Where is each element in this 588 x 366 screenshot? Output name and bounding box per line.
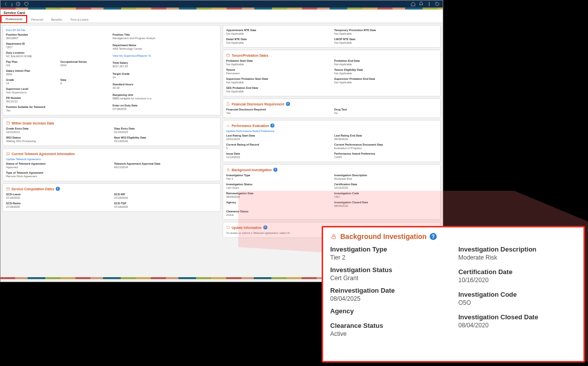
lbl-scd-tsp: SCD-TSP (114, 202, 217, 205)
tenure-title: Tenure/Probation Dates (232, 54, 268, 57)
val-idesc: Moderate Risk (334, 177, 437, 180)
lbl-prob-start: Probation Start Date (226, 59, 329, 62)
lbl-total-salary: Total Salary (113, 61, 217, 64)
val-cpds: Evaluation in Progress (334, 147, 437, 150)
val-lwop-nte: Not Applicable (334, 41, 437, 44)
lbl-tp-nte: Temporary Promotion NTE Date (334, 29, 437, 32)
val-prob-start: Not Applicable (226, 63, 329, 66)
home-icon[interactable] (411, 2, 416, 7)
lbl-co-iclosed: Investigation Closed Date (458, 313, 576, 321)
lbl-target-grade: Target Grade (113, 72, 217, 75)
lbl-barg-unit: Bargaining Unit (113, 93, 217, 96)
val-itype: Tier 2 (226, 177, 329, 180)
svg-point-3 (429, 5, 429, 6)
lbl-lred: Last Rating End Date (334, 134, 437, 137)
val-sal-plan: 0000 (6, 73, 56, 76)
val-sed: 01/15/2023 (114, 131, 217, 134)
lbl-pos-title: Position Title (113, 33, 217, 36)
val-crr: 5 (226, 147, 329, 150)
lbl-drug: Drug Test (334, 108, 437, 111)
tab-professional[interactable]: Professional (1, 15, 27, 23)
lbl-scd-retire: SCD-Retire (6, 202, 109, 205)
lbl-co-itype: Investigation Type (330, 246, 448, 253)
svg-point-2 (429, 4, 429, 4)
back-icon[interactable] (4, 2, 9, 7)
telework-title: Current Telework Agreement Information (12, 152, 75, 156)
print-sf50-link[interactable]: Print SF-50 File (6, 29, 217, 32)
val-position-number: 90019997 (6, 37, 56, 40)
tab-time-leave[interactable]: Time & Leave (66, 17, 92, 23)
update-telework-link[interactable]: Update Telework Agreement (6, 158, 217, 161)
val-scd-tsp: 07/18/2005 (114, 205, 217, 208)
findisc-title: Financial Disclosure Requirement (232, 102, 284, 106)
val-tele-app: 06/11/2024 (114, 166, 217, 169)
lbl-scd-leave: SCD-Leave (6, 193, 109, 196)
val-ged: 10/21/2012 (6, 131, 109, 134)
val-appt-nte: Not Applicable (226, 32, 329, 35)
lbl-appt-nte: Appointment NTE Date (226, 29, 329, 32)
card-profile: Print SF-50 File Position Number90019997… (3, 25, 221, 115)
card-telework: Current Telework Agreement Information U… (3, 148, 221, 181)
val-drug: No (334, 111, 437, 114)
val-scd-retire: 07/18/2005 (6, 205, 109, 208)
lbl-co-icode: Investigation Code (458, 291, 576, 298)
val-tp-nte: Not Applicable (334, 32, 437, 35)
val-telework-suitable: Yes (6, 109, 56, 112)
tab-personal[interactable]: Personal (27, 17, 47, 23)
svg-point-1 (429, 2, 429, 3)
lbl-std-hours: Standard Hours (113, 83, 217, 86)
val-target-grade: 14 (113, 76, 217, 79)
perf-title: Performance Evaluation (232, 124, 269, 128)
card-header-telework: Current Telework Agreement Information (6, 152, 217, 156)
top-nav-bar: | (1, 1, 443, 8)
lbl-step: Step (60, 78, 111, 81)
lbl-co-idesc: Investigation Description (458, 246, 576, 253)
lbl-iss: Issue Date (226, 152, 329, 155)
lbl-detail-nte: Detail NTE Date (226, 38, 329, 41)
val-co-rein: 08/04/2025 (330, 295, 448, 302)
document-icon (226, 102, 230, 106)
help-icon[interactable]: ? (286, 102, 290, 106)
val-total-salary: $157,267.00 (113, 65, 217, 68)
help-icon[interactable]: ? (270, 124, 274, 128)
lbl-ged: Grade Entry Date (6, 127, 109, 130)
viewport: | Service Card Professional Personal Ben… (0, 0, 588, 366)
svg-rect-8 (7, 188, 10, 190)
val-co-itype: Tier 2 (330, 254, 448, 261)
lbl-grade: Grade (6, 78, 56, 81)
heart-icon[interactable] (24, 2, 29, 7)
val-pay-plan: GS (6, 64, 56, 67)
menu-dots-icon[interactable] (427, 2, 432, 7)
top-nav-right (411, 2, 440, 7)
bell-icon[interactable] (419, 2, 424, 7)
separator: | (12, 3, 13, 6)
val-sup-level: Non-Supervisory (6, 91, 56, 94)
view-supervisor-link[interactable]: View My Supervisor/Reports To (113, 54, 217, 57)
val-lred: 09/30/2024 (334, 138, 437, 141)
val-eod-date: 07/18/2005 (113, 107, 217, 110)
lbl-co-cls: Clearance Status (330, 322, 448, 329)
lbl-fdr: Financial Disclosure Required (226, 108, 329, 111)
help-icon[interactable]: ? (56, 187, 60, 191)
svg-rect-15 (227, 170, 229, 171)
lbl-idesc: Investigation Description (334, 174, 437, 177)
lock-icon (226, 168, 230, 172)
card-header-findisc: Financial Disclosure Requirement ? (226, 102, 437, 106)
refresh-icon[interactable] (435, 2, 440, 7)
lbl-pap: Performance Award Preference (334, 152, 437, 155)
calendar-icon (6, 121, 10, 125)
lbl-lwop-nte: LWOP NTE Date (334, 38, 437, 41)
tab-benefits[interactable]: Benefits (47, 17, 66, 23)
update-perf-link[interactable]: Update Performance Award Preference (226, 130, 437, 133)
help-icon[interactable]: ? (430, 233, 437, 240)
clock-icon[interactable] (16, 2, 21, 7)
val-scd-rif: 07/18/2005 (114, 196, 217, 199)
help-icon[interactable]: ? (273, 168, 277, 172)
lbl-wgi-status: WGI Status (6, 136, 109, 139)
val-scd-leave: 07/18/2005 (6, 196, 109, 199)
val-std-hours: 40.00 (113, 86, 217, 89)
lbl-dept-id: Department ID (6, 42, 56, 45)
card-perf: Performance Evaluation ? Update Performa… (223, 120, 441, 162)
lbl-pay-plan: Pay Plan (6, 60, 56, 63)
card-header-tenure: Tenure/Probation Dates (226, 53, 437, 57)
